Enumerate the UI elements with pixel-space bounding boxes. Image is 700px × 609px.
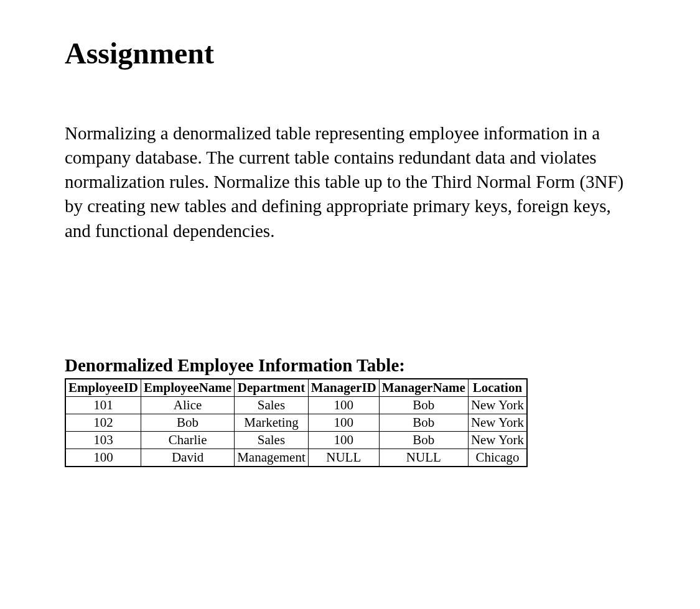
table-cell: 102 (65, 414, 141, 431)
table-cell: Bob (379, 431, 468, 449)
table-cell: NULL (308, 449, 379, 467)
table-header: EmployeeName (141, 379, 235, 397)
table-cell: Management (235, 449, 309, 467)
table-cell: New York (468, 414, 527, 431)
table-row: 103 Charlie Sales 100 Bob New York (65, 431, 527, 449)
table-cell: 100 (308, 396, 379, 414)
table-row: 101 Alice Sales 100 Bob New York (65, 396, 527, 414)
table-header: EmployeeID (65, 379, 141, 397)
page-title: Assignment (65, 36, 638, 70)
table-cell: NULL (379, 449, 468, 467)
table-caption: Denormalized Employee Information Table: (65, 355, 638, 376)
employee-table: EmployeeID EmployeeName Department Manag… (65, 378, 528, 467)
table-cell: David (141, 449, 235, 467)
table-header: ManagerName (379, 379, 468, 397)
table-header-row: EmployeeID EmployeeName Department Manag… (65, 379, 527, 397)
table-cell: Marketing (235, 414, 309, 431)
table-cell: 101 (65, 396, 141, 414)
table-cell: Charlie (141, 431, 235, 449)
table-cell: Bob (379, 396, 468, 414)
assignment-description: Normalizing a denormalized table represe… (65, 121, 637, 243)
table-cell: New York (468, 431, 527, 449)
table-cell: 100 (65, 449, 141, 467)
table-cell: Alice (141, 396, 235, 414)
table-cell: New York (468, 396, 527, 414)
table-cell: Bob (141, 414, 235, 431)
table-cell: Chicago (468, 449, 527, 467)
table-header: Location (468, 379, 527, 397)
table-cell: 103 (65, 431, 141, 449)
table-cell: Sales (235, 431, 309, 449)
table-cell: Bob (379, 414, 468, 431)
table-cell: 100 (308, 414, 379, 431)
table-cell: Sales (235, 396, 309, 414)
table-row: 102 Bob Marketing 100 Bob New York (65, 414, 527, 431)
table-row: 100 David Management NULL NULL Chicago (65, 449, 527, 467)
table-header: Department (235, 379, 309, 397)
table-cell: 100 (308, 431, 379, 449)
table-header: ManagerID (308, 379, 379, 397)
